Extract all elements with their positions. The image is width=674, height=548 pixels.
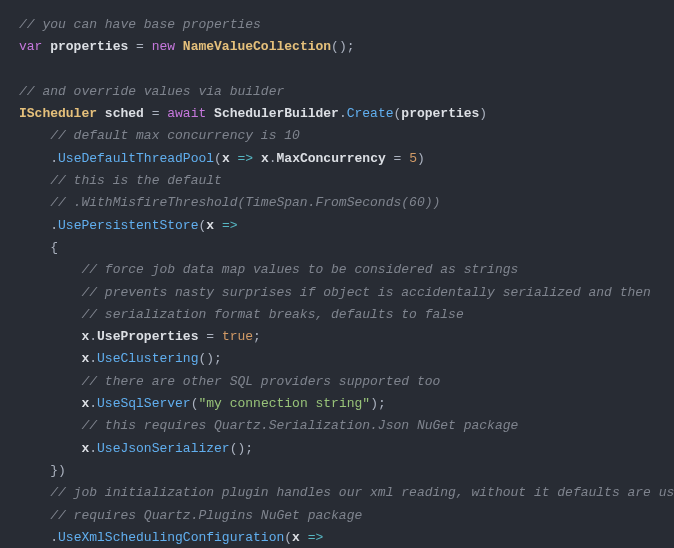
- method: UseSqlServer: [97, 396, 191, 411]
- identifier: sched: [105, 106, 144, 121]
- method: UseDefaultThreadPool: [58, 151, 214, 166]
- brace: }): [50, 463, 66, 478]
- punct: ();: [230, 441, 253, 456]
- comment: // there are other SQL providers support…: [81, 374, 440, 389]
- comment: // job initialization plugin handles our…: [50, 485, 674, 500]
- property: MaxConcurrency: [277, 151, 386, 166]
- identifier: properties: [401, 106, 479, 121]
- punct: ;: [378, 396, 386, 411]
- param: x: [261, 151, 269, 166]
- comment: // default max concurrency is 10: [50, 128, 300, 143]
- punct: .: [50, 151, 58, 166]
- punct: ): [479, 106, 487, 121]
- punct: ;: [253, 329, 261, 344]
- keyword-await: await: [167, 106, 206, 121]
- bool: true: [222, 329, 253, 344]
- punct: .: [269, 151, 277, 166]
- punct: ): [417, 151, 425, 166]
- comment: // requires Quartz.Plugins NuGet package: [50, 508, 362, 523]
- method: UsePersistentStore: [58, 218, 198, 233]
- punct: .: [89, 396, 97, 411]
- comment: // prevents nasty surprises if object is…: [81, 285, 651, 300]
- comment: // you can have base properties: [19, 17, 261, 32]
- param: x: [206, 218, 214, 233]
- punct: .: [50, 530, 58, 545]
- keyword-new: new: [152, 39, 175, 54]
- operator: =: [198, 329, 221, 344]
- punct: .: [89, 351, 97, 366]
- arrow: =>: [214, 218, 245, 233]
- comment: // force job data map values to be consi…: [81, 262, 518, 277]
- comment: // and override values via builder: [19, 84, 284, 99]
- property: UseProperties: [97, 329, 198, 344]
- operator: =: [144, 106, 167, 121]
- identifier: properties: [50, 39, 128, 54]
- punct: ();: [331, 39, 354, 54]
- param: x: [222, 151, 230, 166]
- brace: {: [50, 240, 58, 255]
- punct: .: [339, 106, 347, 121]
- method: Create: [347, 106, 394, 121]
- punct: (: [284, 530, 292, 545]
- number: 5: [409, 151, 417, 166]
- type: SchedulerBuilder: [214, 106, 339, 121]
- punct: .: [89, 441, 97, 456]
- method: UseXmlSchedulingConfiguration: [58, 530, 284, 545]
- punct: ): [370, 396, 378, 411]
- method: UseClustering: [97, 351, 198, 366]
- comment: // .WithMisfireThreshold(TimeSpan.FromSe…: [50, 195, 440, 210]
- method: UseJsonSerializer: [97, 441, 230, 456]
- string: "my connection string": [198, 396, 370, 411]
- arrow: =>: [300, 530, 331, 545]
- punct: .: [50, 218, 58, 233]
- comment: // this is the default: [50, 173, 222, 188]
- operator: =: [128, 39, 151, 54]
- keyword-var: var: [19, 39, 42, 54]
- punct: .: [89, 329, 97, 344]
- punct: ();: [198, 351, 221, 366]
- comment: // this requires Quartz.Serialization.Js…: [81, 418, 518, 433]
- operator: =: [386, 151, 409, 166]
- param: x: [292, 530, 300, 545]
- type: IScheduler: [19, 106, 97, 121]
- punct: (: [214, 151, 222, 166]
- code-block: // you can have base properties var prop…: [0, 0, 674, 548]
- type: NameValueCollection: [183, 39, 331, 54]
- comment: // serialization format breaks, defaults…: [81, 307, 463, 322]
- arrow: =>: [230, 151, 261, 166]
